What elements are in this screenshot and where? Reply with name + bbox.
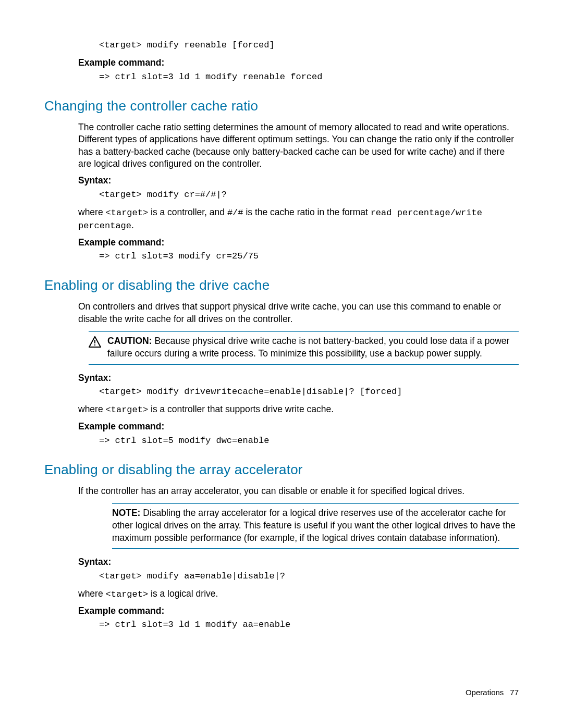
example-command-label: Example command: [78, 237, 519, 249]
paragraph: On controllers and drives that support p… [78, 301, 519, 325]
page-number: 77 [510, 688, 519, 697]
code-block: <target> modify aa=enable|disable|? [99, 571, 519, 583]
paragraph: The controller cache ratio setting deter… [78, 121, 519, 171]
caution-text: CAUTION: Because physical drive write ca… [107, 335, 519, 360]
paragraph: where <target> is a logical drive. [78, 588, 519, 601]
syntax-label: Syntax: [78, 372, 519, 385]
section-heading-cache-ratio: Changing the controller cache ratio [44, 97, 519, 115]
text: . [131, 220, 134, 230]
syntax-label: Syntax: [78, 556, 519, 569]
text: Because physical drive write cache is no… [107, 336, 509, 359]
example-command-label: Example command: [78, 57, 519, 69]
example-command-label: Example command: [78, 421, 519, 433]
text: where [78, 207, 106, 217]
section-heading-drive-cache: Enabling or disabling the drive cache [44, 276, 519, 294]
text: Disabling the array accelerator for a lo… [112, 508, 516, 542]
paragraph: If the controller has an array accelerat… [78, 485, 519, 498]
inline-code: <target> [106, 405, 149, 415]
caution-label: CAUTION: [107, 336, 152, 346]
caution-callout: CAUTION: Because physical drive write ca… [89, 331, 519, 364]
text: is a controller that supports drive writ… [148, 404, 334, 414]
callout-rule [112, 548, 519, 549]
callout-rule [89, 364, 519, 365]
syntax-label: Syntax: [78, 175, 519, 187]
note-callout: NOTE: Disabling the array accelerator fo… [112, 503, 519, 549]
section-heading-array-accelerator: Enabling or disabling the array accelera… [44, 461, 519, 479]
text: is a controller, and [148, 207, 227, 217]
text: where [78, 404, 106, 414]
code-block: <target> modify drivewritecache=enable|d… [99, 386, 519, 398]
paragraph: where <target> is a controller that supp… [78, 403, 519, 416]
code-block: <target> modify cr=#/#|? [99, 189, 519, 201]
paragraph: where <target> is a controller, and #/# … [78, 206, 519, 232]
footer-section: Operations [466, 688, 504, 697]
page-footer: Operations77 [466, 687, 519, 698]
svg-rect-2 [94, 344, 95, 346]
code-block: => ctrl slot=3 modify cr=25/75 [99, 251, 519, 263]
note-label: NOTE: [112, 508, 140, 518]
example-command-label: Example command: [78, 605, 519, 618]
code-block: => ctrl slot=5 modify dwc=enable [99, 435, 519, 447]
svg-rect-1 [94, 340, 95, 343]
text: is the cache ratio in the format [243, 207, 371, 217]
text: is a logical drive. [148, 588, 218, 599]
inline-code: #/# [227, 208, 243, 218]
code-block: => ctrl slot=3 ld 1 modify aa=enable [99, 619, 519, 631]
inline-code: <target> [106, 208, 149, 218]
document-page: <target> modify reenable [forced] Exampl… [44, 38, 519, 636]
code-block: => ctrl slot=3 ld 1 modify reenable forc… [99, 71, 519, 83]
text: where [78, 588, 106, 599]
caution-icon [89, 335, 107, 348]
code-block: <target> modify reenable [forced] [99, 40, 519, 52]
inline-code: <target> [106, 589, 149, 599]
